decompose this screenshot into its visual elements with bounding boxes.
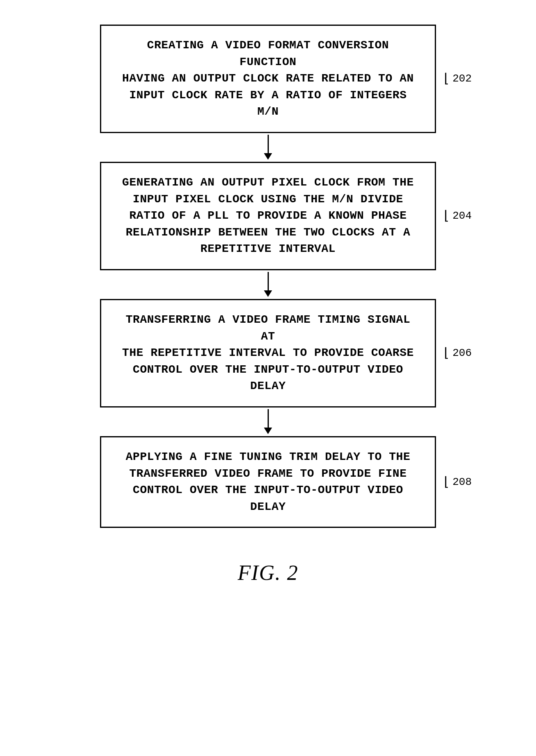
flow-box-208-text: APPLYING A FINE TUNING TRIM DELAY TO THE… [116,449,420,515]
flow-box-204-text: GENERATING AN OUTPUT PIXEL CLOCK FROM TH… [116,174,420,258]
flow-box-206: TRANSFERRING A VIDEO FRAME TIMING SIGNAL… [100,299,436,407]
flow-label-206-text: 206 [452,347,472,359]
bracket-icon-204: ⌊ [442,208,450,224]
bracket-icon-206: ⌊ [442,345,450,361]
arrow-line-2 [268,272,269,290]
arrow-2 [264,270,272,299]
figure-label-text: FIG. 2 [238,561,298,584]
arrow-1 [264,133,272,162]
flow-box-206-text: TRANSFERRING A VIDEO FRAME TIMING SIGNAL… [116,312,420,395]
arrow-3 [264,407,272,436]
flow-label-204: ⌊ 204 [442,208,472,224]
bracket-icon-202: ⌊ [442,70,450,87]
flowchart: CREATING A VIDEO FORMAT CONVERSION FUNCT… [33,25,503,731]
flow-label-208-text: 208 [452,476,472,488]
flow-label-202-text: 202 [452,72,472,85]
arrow-head-3 [264,428,272,434]
arrow-head-2 [264,290,272,297]
flow-box-202-text: CREATING A VIDEO FORMAT CONVERSION FUNCT… [116,37,420,120]
arrow-head-1 [264,153,272,160]
arrow-line-1 [268,135,269,153]
bracket-icon-208: ⌊ [442,474,450,490]
flow-label-208: ⌊ 208 [442,474,472,490]
flow-box-208: APPLYING A FINE TUNING TRIM DELAY TO THE… [100,436,436,528]
flow-label-202: ⌊ 202 [442,70,472,87]
arrow-line-3 [268,409,269,428]
flow-box-202: CREATING A VIDEO FORMAT CONVERSION FUNCT… [100,25,436,133]
flow-box-204: GENERATING AN OUTPUT PIXEL CLOCK FROM TH… [100,162,436,270]
flow-label-204-text: 204 [452,210,472,222]
flow-label-206: ⌊ 206 [442,345,472,361]
figure-label: FIG. 2 [238,561,298,585]
